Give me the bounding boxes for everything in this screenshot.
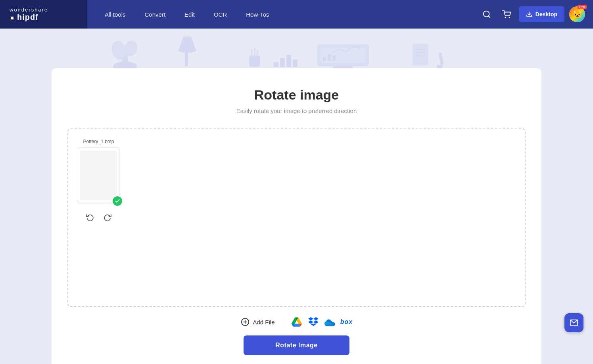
tool-subtitle: Easily rotate your image to preferred di… — [236, 107, 357, 114]
add-file-icon — [241, 318, 249, 326]
nav-convert[interactable]: Convert — [135, 0, 175, 29]
rotate-right-button[interactable] — [102, 212, 113, 223]
nav-all-tools[interactable]: All tools — [95, 0, 135, 29]
nav-actions: Desktop 🐱 Pro — [479, 6, 593, 22]
svg-rect-24 — [323, 57, 326, 61]
gdrive-button[interactable] — [291, 316, 302, 328]
svg-rect-21 — [320, 48, 366, 63]
svg-point-11 — [178, 48, 196, 53]
file-name: Pottery_1.bmp — [83, 139, 114, 144]
svg-rect-18 — [286, 55, 291, 67]
add-file-button[interactable]: Add File — [241, 318, 274, 326]
file-thumbnail — [78, 148, 119, 203]
cloud-icons: box — [291, 316, 352, 328]
brand-logo[interactable]: wondershare ▣ hipdf — [0, 0, 87, 29]
tool-card: Rotate image Easily rotate your image to… — [52, 68, 541, 364]
svg-rect-9 — [185, 50, 188, 66]
onedrive-icon — [324, 316, 336, 328]
message-fab[interactable] — [564, 313, 583, 332]
hero-decoration — [0, 29, 593, 68]
svg-line-1 — [488, 16, 490, 17]
rotate-left-icon — [86, 213, 94, 221]
nav-links: All tools Convert Edit OCR How-Tos — [87, 0, 479, 29]
onedrive-button[interactable] — [324, 316, 336, 328]
svg-rect-12 — [249, 56, 260, 67]
pro-badge: Pro — [578, 5, 587, 9]
product-name: hipdf — [17, 13, 38, 22]
svg-point-2 — [505, 17, 506, 18]
main-content: Rotate image Easily rotate your image to… — [0, 68, 593, 364]
divider — [283, 317, 283, 327]
company-name: wondershare — [10, 7, 48, 13]
svg-rect-26 — [332, 56, 336, 61]
svg-point-3 — [509, 17, 510, 18]
tool-title: Rotate image — [254, 87, 339, 103]
rotate-image-button[interactable]: Rotate Image — [244, 335, 349, 355]
svg-rect-17 — [280, 58, 285, 67]
svg-rect-15 — [257, 50, 258, 56]
drop-zone[interactable]: Pottery_1.bmp — [67, 128, 526, 307]
checkmark-icon — [115, 198, 120, 204]
bottom-actions: Add File — [241, 316, 352, 328]
search-button[interactable] — [479, 7, 494, 22]
file-status-check — [112, 195, 123, 207]
avatar-container: 🐱 Pro — [569, 6, 585, 22]
svg-rect-14 — [254, 48, 255, 56]
box-button[interactable]: box — [341, 316, 352, 328]
add-file-label: Add File — [253, 319, 274, 326]
nav-ocr[interactable]: OCR — [204, 0, 236, 29]
nav-how-tos[interactable]: How-Tos — [236, 0, 278, 29]
svg-rect-31 — [438, 52, 443, 65]
download-icon — [526, 11, 532, 17]
svg-rect-16 — [274, 62, 278, 67]
cart-button[interactable] — [499, 7, 514, 22]
file-item: Pottery_1.bmp — [78, 139, 119, 223]
navbar: wondershare ▣ hipdf All tools Convert Ed… — [0, 0, 593, 29]
cart-icon — [502, 10, 511, 19]
rotate-right-icon — [104, 213, 111, 221]
rotate-left-button[interactable] — [84, 212, 96, 223]
svg-rect-13 — [251, 49, 253, 56]
svg-rect-25 — [328, 54, 331, 61]
svg-point-32 — [436, 65, 443, 68]
svg-rect-27 — [413, 44, 428, 65]
message-icon — [570, 318, 578, 327]
search-icon — [482, 10, 491, 19]
rotate-image-label: Rotate Image — [275, 342, 317, 349]
dropbox-icon — [308, 317, 319, 327]
svg-rect-19 — [293, 59, 297, 67]
file-preview — [80, 151, 117, 200]
hero-svg — [0, 29, 593, 68]
rotate-controls — [84, 212, 113, 223]
nav-edit[interactable]: Edit — [175, 0, 204, 29]
gdrive-icon — [292, 317, 302, 327]
dropbox-button[interactable] — [308, 316, 319, 328]
box-label: box — [340, 318, 353, 326]
desktop-btn-label: Desktop — [535, 11, 557, 17]
desktop-button[interactable]: Desktop — [519, 6, 564, 22]
product-icon: ▣ — [10, 14, 15, 21]
